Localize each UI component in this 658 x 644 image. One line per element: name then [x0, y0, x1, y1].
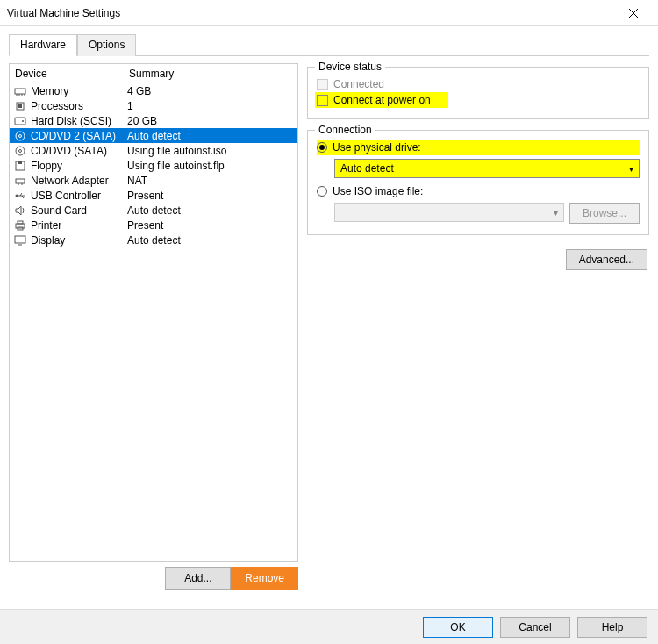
device-summary: Present	[127, 190, 294, 202]
device-status-legend: Device status	[315, 61, 385, 73]
chevron-down-icon: ▾	[554, 208, 558, 218]
svg-rect-8	[18, 104, 22, 108]
svg-rect-2	[15, 89, 25, 94]
device-row[interactable]: CD/DVD (SATA)Using file autoinst.iso	[10, 143, 297, 158]
device-summary: Using file autoinst.flp	[127, 160, 294, 172]
physical-drive-dropdown[interactable]: Auto detect ▾	[334, 159, 640, 178]
cd-icon	[13, 130, 27, 142]
device-name: Network Adapter	[31, 175, 109, 187]
device-summary: 20 GB	[127, 115, 294, 127]
device-status-group: Device status Connected Connect at power…	[307, 67, 649, 119]
device-name: CD/DVD 2 (SATA)	[31, 130, 116, 142]
device-summary: Auto detect	[127, 130, 294, 142]
tab-options[interactable]: Options	[77, 34, 136, 56]
svg-rect-17	[16, 179, 25, 183]
device-summary: Auto detect	[127, 234, 294, 247]
device-name: USB Controller	[31, 190, 101, 202]
tab-hardware[interactable]: Hardware	[9, 34, 77, 56]
svg-marker-24	[16, 206, 21, 215]
use-physical-radio[interactable]	[317, 142, 327, 153]
network-icon	[13, 175, 27, 187]
remove-button[interactable]: Remove	[231, 567, 298, 590]
usb-icon	[13, 190, 27, 202]
advanced-button[interactable]: Advanced...	[566, 249, 647, 270]
connect-poweron-checkbox[interactable]	[317, 95, 328, 106]
svg-point-13	[16, 147, 25, 155]
svg-rect-16	[18, 161, 22, 164]
titlebar: Virtual Machine Settings	[0, 0, 658, 26]
svg-rect-28	[15, 236, 25, 243]
device-row[interactable]: Memory4 GB	[10, 83, 297, 98]
device-row[interactable]: Network AdapterNAT	[10, 173, 297, 188]
disk-icon	[13, 115, 27, 127]
connected-checkbox	[317, 79, 328, 90]
connect-poweron-row[interactable]: Connect at power on	[315, 92, 448, 108]
device-name: Hard Disk (SCSI)	[31, 115, 111, 127]
connection-legend: Connection	[315, 124, 375, 136]
svg-point-12	[19, 134, 22, 137]
device-summary: Present	[127, 219, 294, 232]
device-row[interactable]: USB ControllerPresent	[10, 188, 297, 203]
cancel-button[interactable]: Cancel	[500, 617, 570, 638]
bottom-bar: OK Cancel Help	[0, 609, 658, 644]
device-summary: NAT	[127, 175, 294, 187]
device-name: Display	[31, 234, 65, 247]
connect-poweron-label: Connect at power on	[333, 94, 431, 106]
device-summary: Auto detect	[127, 204, 294, 217]
device-list-header: Device Summary	[10, 64, 297, 83]
use-iso-radio[interactable]	[317, 186, 327, 197]
device-name: Floppy	[31, 160, 62, 172]
ok-button[interactable]: OK	[423, 617, 493, 638]
header-summary: Summary	[129, 68, 292, 80]
device-summary: Using file autoinst.iso	[127, 145, 294, 157]
device-row[interactable]: PrinterPresent	[10, 218, 297, 233]
device-name: Processors	[31, 100, 83, 112]
svg-rect-9	[15, 118, 25, 125]
use-iso-row[interactable]: Use ISO image file:	[317, 183, 640, 199]
svg-point-10	[22, 120, 24, 122]
close-button[interactable]	[616, 0, 651, 26]
window-title: Virtual Machine Settings	[7, 7, 120, 19]
connected-row: Connected	[317, 76, 640, 92]
svg-point-11	[16, 132, 25, 140]
device-row[interactable]: Sound CardAuto detect	[10, 203, 297, 218]
device-row[interactable]: DisplayAuto detect	[10, 233, 297, 247]
device-summary: 4 GB	[127, 85, 294, 97]
printer-icon	[13, 219, 27, 232]
svg-rect-26	[18, 221, 23, 224]
add-button[interactable]: Add...	[165, 567, 231, 590]
use-physical-row[interactable]: Use physical drive:	[317, 140, 640, 155]
device-name: Printer	[31, 219, 61, 232]
close-icon	[629, 9, 638, 18]
device-list: Device Summary Memory4 GBProcessors1Hard…	[9, 63, 298, 562]
device-name: CD/DVD (SATA)	[31, 145, 107, 157]
header-device: Device	[15, 68, 129, 80]
chevron-down-icon: ▾	[629, 164, 633, 174]
help-button[interactable]: Help	[577, 617, 647, 638]
cd-icon	[13, 145, 27, 157]
device-row[interactable]: Processors1	[10, 98, 297, 113]
use-physical-label: Use physical drive:	[333, 141, 421, 154]
memory-icon	[13, 85, 27, 97]
sound-icon	[13, 204, 27, 217]
display-icon	[13, 234, 27, 247]
device-row[interactable]: FloppyUsing file autoinst.flp	[10, 158, 297, 173]
browse-button: Browse...	[569, 203, 640, 224]
iso-path-dropdown: ▾	[334, 203, 564, 222]
device-name: Sound Card	[31, 204, 87, 217]
cpu-icon	[13, 100, 27, 112]
floppy-icon	[13, 160, 27, 172]
use-iso-label: Use ISO image file:	[333, 185, 423, 197]
device-name: Memory	[31, 85, 68, 97]
device-summary: 1	[127, 100, 294, 112]
connected-label: Connected	[333, 78, 384, 90]
physical-drive-value: Auto detect	[340, 162, 394, 175]
connection-group: Connection Use physical drive: Auto dete…	[307, 130, 649, 235]
svg-point-14	[19, 149, 22, 152]
device-row[interactable]: Hard Disk (SCSI)20 GB	[10, 113, 297, 128]
tab-bar: Hardware Options	[9, 33, 649, 56]
device-row[interactable]: CD/DVD 2 (SATA)Auto detect	[10, 128, 297, 143]
